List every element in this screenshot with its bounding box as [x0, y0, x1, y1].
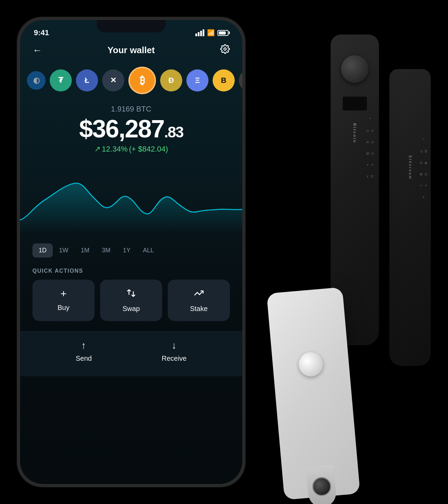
gear-icon [220, 44, 230, 54]
coin-xrp[interactable]: ✕ [102, 69, 124, 91]
send-button[interactable]: ↑ Send [76, 340, 92, 362]
swap-label: Swap [123, 305, 140, 313]
status-time: 9:41 [34, 28, 49, 37]
phone-screen: 9:41 📶 ← Your wallet [20, 20, 242, 484]
back-button[interactable]: ← [32, 45, 42, 56]
chart-svg [20, 167, 242, 233]
buy-button[interactable]: + Buy [32, 280, 95, 321]
device-screen-1 [343, 97, 367, 110]
coin-ltc[interactable]: Ł [76, 69, 98, 91]
price-chart[interactable] [20, 161, 242, 236]
stake-icon [194, 288, 204, 301]
buy-icon: + [60, 288, 67, 300]
coin-partial[interactable]: ◐ [27, 71, 46, 90]
bottom-actions: ↑ Send ↓ Receive [20, 331, 242, 376]
send-label: Send [76, 355, 92, 362]
arrow-up-icon: ↗ [94, 145, 100, 154]
device-icons-2: ^ ⊙B ≋◈ ⊞⊡ +↗ v [420, 138, 427, 199]
phone: 9:41 📶 ← Your wallet [17, 17, 245, 487]
action-buttons: + Buy Swap [20, 280, 242, 331]
device-white-button [298, 351, 324, 377]
swap-button[interactable]: Swap [100, 280, 162, 321]
signal-icon [195, 29, 204, 36]
send-icon: ↑ [81, 340, 86, 351]
coin-btc[interactable]: ₿ [128, 67, 156, 94]
usd-cents: .83 [164, 124, 183, 140]
price-change: ↗ 12.34% (+ $842.04) [27, 145, 235, 154]
time-filter-bar: 1D 1W 1M 3M 1Y ALL [20, 236, 242, 264]
receive-icon: ↓ [172, 340, 177, 351]
receive-button[interactable]: ↓ Receive [162, 340, 186, 362]
balance-section: 1.9169 BTC $36,287.83 ↗ 12.34% (+ $842.0… [20, 101, 242, 161]
stake-button[interactable]: Stake [168, 280, 230, 321]
hardware-device-black-2: ^ ⊙B ≋◈ ⊞⊡ +↗ v Ethereum [389, 69, 431, 366]
usd-main: $36,287 [79, 115, 164, 143]
time-filter-1m[interactable]: 1M [75, 243, 96, 258]
device-label-1: Bitcoin [353, 123, 357, 143]
wallet-title: Your wallet [108, 45, 155, 56]
crypto-balance: 1.9169 BTC [27, 105, 235, 114]
usd-balance: $36,287.83 [27, 116, 235, 141]
coin-bnb[interactable]: B [213, 69, 235, 91]
quick-actions-label: QUICK ACTIONS [20, 264, 242, 280]
battery-icon [217, 30, 228, 36]
status-icons: 📶 [195, 29, 228, 37]
time-filter-3m[interactable]: 3M [96, 243, 117, 258]
svg-point-0 [224, 48, 226, 50]
time-filter-1w[interactable]: 1W [53, 243, 75, 258]
swap-icon [126, 288, 136, 301]
stake-label: Stake [190, 305, 207, 313]
time-filter-all[interactable]: ALL [137, 243, 160, 258]
wifi-icon: 📶 [207, 29, 215, 37]
device-button-1 [341, 55, 369, 83]
coin-usdt[interactable]: ₮ [50, 69, 72, 91]
device-label-2: Ethereum [408, 155, 412, 180]
time-filter-1y[interactable]: 1Y [117, 243, 137, 258]
coin-eth[interactable]: Ξ [186, 69, 208, 91]
app-header: ← Your wallet [20, 41, 242, 63]
device-white-connector [306, 465, 337, 504]
settings-button[interactable] [220, 44, 230, 56]
device-white-circle [311, 476, 332, 497]
time-filter-1d[interactable]: 1D [32, 243, 53, 258]
coin-algo[interactable]: A [239, 69, 242, 91]
change-percent: 12.34% [102, 145, 128, 154]
receive-label: Receive [162, 355, 186, 362]
change-amount: (+ $842.04) [129, 145, 168, 154]
coin-row[interactable]: ◐ ₮ Ł ✕ ₿ Ð Ξ B A [20, 63, 242, 101]
notch [97, 20, 166, 32]
buy-label: Buy [58, 304, 69, 312]
coin-doge[interactable]: Ð [160, 69, 182, 91]
scene: Bitcoin ^ ⊙⊙ ≋⊙ ⊞⊙ +↗ v⊡ ^ ⊙B ≋◈ ⊞⊡ +↗ v… [0, 0, 448, 504]
device-icons-1: ^ ⊙⊙ ≋⊙ ⊞⊙ +↗ v⊡ [366, 117, 374, 178]
